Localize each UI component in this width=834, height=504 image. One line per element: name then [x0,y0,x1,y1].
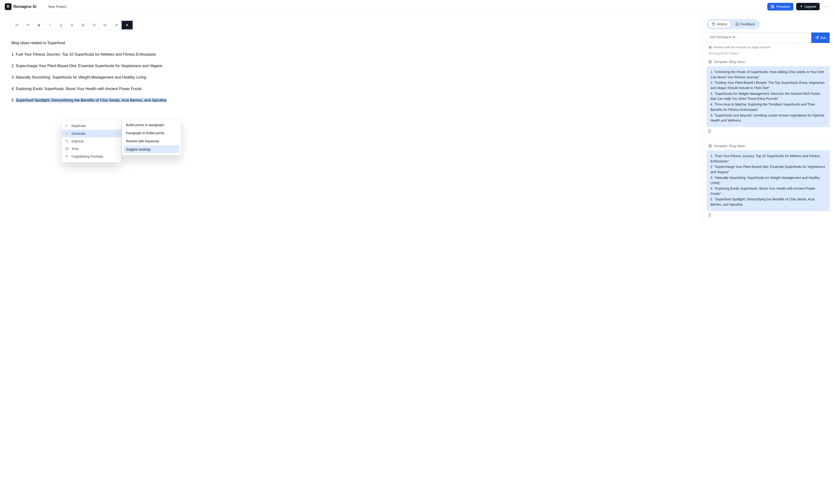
card-header: Template: Blog Ideas [707,144,830,148]
svg-rect-2 [771,7,772,8]
output-card: Template: Blog Ideas 1. "Unlocking the P… [707,60,830,133]
menu-label: Improve [71,139,84,143]
redo-icon [114,23,118,27]
logo-icon: R [5,3,12,10]
card-line: 2. "Supercharge Your Plant-Based Diet: E… [710,164,826,175]
sub-item-bullets-to-paragraph[interactable]: Bullet points to paragraph [124,121,179,129]
menu-label: Rephrase [71,124,86,128]
menu-label: Tone [71,147,79,151]
ask-button[interactable]: Ask [811,32,830,43]
ai-button[interactable] [122,21,133,29]
menu-item-generate[interactable]: ⚡ Generate 〉 [62,130,121,137]
tab-feedback[interactable]: Feedback [731,20,759,28]
numbered-list-icon [92,23,96,27]
ask-label: Ask [820,36,826,40]
document-body[interactable]: Blog ideas related to Superfood 1. Fuel … [12,40,217,103]
wrench-icon: 🔧 [65,139,69,143]
undo-button[interactable] [100,21,111,29]
svg-rect-21 [710,61,711,62]
menu-item-tone[interactable]: 💬 Tone 〉 [62,145,121,153]
bullet-list-icon [81,23,85,27]
sub-item-paragraph-to-bullets[interactable]: Paragraph to Bullet points [124,129,179,137]
card-line: 3. "Naturally Nourishing: Superfoods for… [710,175,826,186]
lightning-icon: ⚡ [65,132,69,135]
card-template-label: Template: Blog Ideas [714,144,745,148]
logo[interactable]: R Remagine AI [5,3,36,10]
upgrade-label: Upgrade [804,5,816,8]
tab-history[interactable]: History [708,20,731,28]
chevron-right-icon: 〉 [115,139,118,143]
doc-item: 3. Naturally Nourishing: Superfoods for … [12,74,217,80]
sub-item-rewrite-keywords[interactable]: Rewrite with keywords [124,137,179,145]
history-icon [712,22,716,26]
project-title[interactable]: New Project [48,5,66,8]
chat-icon: 💬 [65,147,69,151]
svg-rect-0 [771,5,772,6]
svg-text:i: i [710,46,710,48]
numbered-list-button[interactable] [89,21,100,29]
editor-column: H1 H2 B I U S Blog ideas related to Su [0,14,702,223]
grid-icon [771,5,774,8]
underline-button[interactable]: U [56,21,67,29]
card-body[interactable]: 1. "Unlocking the Power of Superfoods: H… [707,66,830,127]
flask-icon: ⚗ [65,155,69,158]
chevron-right-icon: 〉 [115,132,118,135]
doc-item-selected: 5. Superfood Spotlight: Demystifying the… [12,97,217,103]
svg-rect-22 [709,62,710,63]
menu-item-improve[interactable]: 🔧 Improve 〉 [62,137,121,145]
templates-button[interactable]: Templates [767,3,793,10]
kebab-menu-icon[interactable]: ⋮ [824,4,829,9]
card-line: 1. "Unlocking the Power of Superfoods: H… [710,69,826,80]
pencil-icon: ✎ [65,124,69,128]
svg-point-17 [736,23,739,26]
check-circle-icon [735,22,739,26]
svg-rect-20 [709,61,710,62]
svg-rect-26 [710,145,711,146]
svg-rect-23 [710,62,711,63]
svg-rect-3 [773,7,774,8]
svg-point-6 [82,26,82,26]
card-line: 3. "Superfoods for Weight Management: Di… [710,91,826,101]
sidebar-tabs: History Feedback [707,19,830,29]
upgrade-button[interactable]: Upgrade [796,3,820,10]
lightning-icon [126,23,129,27]
svg-rect-28 [710,146,711,147]
chevron-right-icon: 〉 [115,124,118,128]
doc-item: 4. Exploring Exotic Superfoods: Boost Yo… [12,86,217,92]
card-body[interactable]: 1. "Fuel Your Fitness Journey: Top 10 Su… [707,150,830,211]
history-note: i History will be cleared on page refres… [707,45,830,49]
italic-button[interactable]: I [45,21,56,29]
card-line: 4. "Exploring Exotic Superfoods: Boost Y… [710,186,826,196]
card-template-label: Template: Blog Ideas [714,60,745,64]
h1-button[interactable]: H1 [12,21,23,29]
h2-button[interactable]: H2 [23,21,34,29]
logo-text: Remagine AI [14,4,36,9]
doc-heading: Blog ideas related to Superfood [12,40,217,46]
card-line: 4. "From Acai to Matcha: Exploring the T… [710,102,826,112]
card-line: 5. "Superfood Spotlight: Demystifying th… [710,197,826,207]
doc-item: 2. Supercharge Your Plant-Based Diet: Es… [12,63,217,69]
card-line: 2. "Fueling Your Plant-Based Lifestyle: … [710,80,826,91]
redo-button[interactable] [111,21,122,29]
context-submenu: Bullet points to paragraph Paragraph to … [122,119,181,155]
sidebar-column: History Feedback Ask i History will be c… [702,14,834,223]
menu-item-rephrase[interactable]: ✎ Rephrase 〉 [62,122,121,130]
app-header: R Remagine AI New Project Templates Upgr… [0,0,834,14]
card-line: 1. "Fuel Your Fitness Journey: Top 10 Su… [710,154,826,164]
svg-rect-25 [709,145,710,146]
output-card: Template: Blog Ideas 1. "Fuel Your Fitne… [707,144,830,217]
bold-button[interactable]: B [34,21,45,29]
ask-input[interactable] [707,32,811,43]
sub-item-suggest-analogy[interactable]: Suggest analogy [124,145,179,153]
bullet-list-button[interactable] [78,21,89,29]
templates-label: Templates [776,5,790,8]
menu-label: Generate [71,132,85,135]
strikethrough-button[interactable]: S [67,21,78,29]
svg-rect-27 [709,146,710,147]
clipboard-icon[interactable] [708,130,711,133]
menu-item-copywriting[interactable]: ⚗ CopyWriting Formula 〉 [62,153,121,160]
clipboard-icon[interactable] [708,213,711,217]
grid-icon [708,60,712,64]
svg-rect-24 [709,130,711,133]
menu-label: CopyWriting Formula [71,155,103,158]
